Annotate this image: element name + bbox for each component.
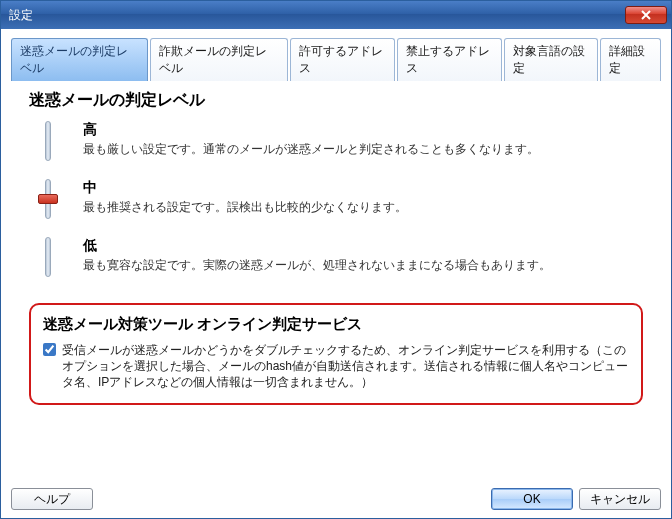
slider-track-high[interactable]: [37, 121, 59, 161]
button-row: ヘルプ OK キャンセル: [1, 484, 671, 518]
tab-spam-level[interactable]: 迷惑メールの判定レベル: [11, 38, 148, 81]
online-service-label: 受信メールが迷惑メールかどうかをダブルチェックするため、オンライン判定サービスを…: [62, 342, 629, 391]
level-label-mid: 中: [83, 179, 643, 197]
tab-fraud-level[interactable]: 詐欺メールの判定レベル: [150, 38, 287, 81]
settings-window: 設定 迷惑メールの判定レベル 詐欺メールの判定レベル 許可するアドレス 禁止する…: [0, 0, 672, 519]
panel-spam-level: 迷惑メールの判定レベル 高 最も厳しい設定です。通常のメールが迷惑メールと判定さ…: [11, 80, 661, 476]
online-service-checkbox[interactable]: [43, 343, 56, 356]
ok-button[interactable]: OK: [491, 488, 573, 510]
level-desc-low: 最も寛容な設定です。実際の迷惑メールが、処理されないままになる場合もあります。: [83, 257, 643, 274]
online-service-title: 迷惑メール対策ツール オンライン判定サービス: [43, 315, 629, 334]
tab-bar: 迷惑メールの判定レベル 詐欺メールの判定レベル 許可するアドレス 禁止するアドレ…: [11, 37, 661, 80]
tab-advanced[interactable]: 詳細設定: [600, 38, 661, 81]
level-label-high: 高: [83, 121, 643, 139]
level-row-low: 低 最も寛容な設定です。実際の迷惑メールが、処理されないままになる場合もあります…: [29, 237, 643, 277]
titlebar: 設定: [1, 1, 671, 29]
level-desc-mid: 最も推奨される設定です。誤検出も比較的少なくなります。: [83, 199, 643, 216]
level-row-high: 高 最も厳しい設定です。通常のメールが迷惑メールと判定されることも多くなります。: [29, 121, 643, 161]
tab-allow-addresses[interactable]: 許可するアドレス: [290, 38, 395, 81]
level-row-mid: 中 最も推奨される設定です。誤検出も比較的少なくなります。: [29, 179, 643, 219]
panel-title: 迷惑メールの判定レベル: [29, 90, 643, 111]
slider-thumb[interactable]: [37, 179, 59, 219]
level-label-low: 低: [83, 237, 643, 255]
online-service-box: 迷惑メール対策ツール オンライン判定サービス 受信メールが迷惑メールかどうかをダ…: [29, 303, 643, 405]
tab-target-language[interactable]: 対象言語の設定: [504, 38, 598, 81]
close-button[interactable]: [625, 6, 667, 24]
help-button[interactable]: ヘルプ: [11, 488, 93, 510]
online-service-option: 受信メールが迷惑メールかどうかをダブルチェックするため、オンライン判定サービスを…: [43, 342, 629, 391]
tab-block-addresses[interactable]: 禁止するアドレス: [397, 38, 502, 81]
cancel-button[interactable]: キャンセル: [579, 488, 661, 510]
level-desc-high: 最も厳しい設定です。通常のメールが迷惑メールと判定されることも多くなります。: [83, 141, 643, 158]
client-area: 迷惑メールの判定レベル 詐欺メールの判定レベル 許可するアドレス 禁止するアドレ…: [1, 29, 671, 484]
close-icon: [641, 10, 651, 20]
slider-track-low[interactable]: [37, 237, 59, 277]
slider-handle-icon: [38, 194, 58, 204]
window-title: 設定: [9, 7, 625, 24]
